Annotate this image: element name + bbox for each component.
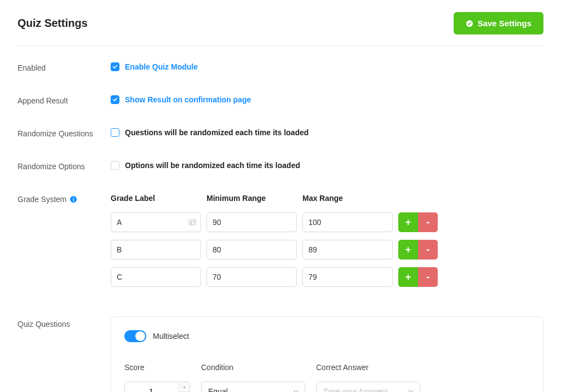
page-title: Quiz Settings [18,17,88,30]
multiselect-toggle[interactable] [124,330,146,342]
append-result-label: Append Result [18,95,111,106]
id-card-icon [188,218,197,227]
info-icon [70,195,77,203]
randomize-options-label: Randomize Options [18,161,111,172]
chevron-down-icon [293,388,299,392]
grade-row: + - [111,212,543,232]
check-icon [112,64,118,70]
randomize-questions-text: Questions will be randomized each time i… [125,128,308,137]
grade-remove-button[interactable]: - [418,240,438,260]
grade-row: + - [111,267,543,287]
grade-min-input[interactable] [207,240,297,260]
randomize-options-text: Options will be randomized each time its… [125,161,300,170]
enable-quiz-checkbox[interactable] [111,62,119,71]
grade-max-input[interactable] [302,267,393,287]
randomize-questions-checkbox[interactable] [111,128,119,137]
q-header-score: Score [124,363,190,372]
enabled-label: Enabled [18,62,111,73]
grade-min-input[interactable] [207,212,297,232]
multiselect-label: Multiselect [153,332,189,341]
grade-row: + - [111,240,543,260]
check-circle-icon [466,20,473,27]
grade-remove-button[interactable]: - [418,212,438,232]
quiz-questions-panel: Multiselect Score Condition Correct Answ… [111,316,543,392]
svg-point-5 [191,221,192,223]
svg-point-3 [73,197,75,198]
randomize-options-checkbox[interactable] [111,161,119,170]
save-settings-button[interactable]: Save Settings [454,12,543,34]
condition-value: Equal [208,387,228,392]
randomize-questions-label: Randomize Questions [18,128,111,139]
grade-header-label: Grade Label [111,194,201,203]
grade-max-input[interactable] [302,240,393,260]
quiz-questions-label: Quiz Questions [18,316,111,330]
save-settings-label: Save Settings [478,19,531,28]
grade-add-button[interactable]: + [398,212,418,232]
chevron-down-icon [408,388,414,392]
q-header-answer: Correct Answer [316,363,420,372]
grade-max-input[interactable] [302,212,393,232]
grade-header-max: Max Range [302,194,393,203]
grade-header-min: Minimum Range [207,194,297,203]
correct-answer-placeholder: Type your Answers [323,387,388,392]
grade-label-input[interactable] [111,267,201,287]
condition-select[interactable]: Equal [201,382,305,392]
q-header-condition: Condition [201,363,305,372]
grade-label-input[interactable] [111,240,201,260]
grade-add-button[interactable]: + [398,240,418,260]
score-step-up[interactable]: ▲ [179,382,190,392]
grade-add-button[interactable]: + [398,267,418,287]
enable-quiz-label: Enable Quiz Module [125,62,198,71]
grade-min-input[interactable] [207,267,297,287]
show-result-checkbox[interactable] [111,95,119,104]
grade-system-label: Grade System [18,194,111,205]
show-result-label: Show Result on confirmation page [125,95,251,104]
grade-remove-button[interactable]: - [418,267,438,287]
svg-rect-2 [73,199,74,201]
check-icon [112,97,118,102]
correct-answer-select[interactable]: Type your Answers [316,382,420,392]
